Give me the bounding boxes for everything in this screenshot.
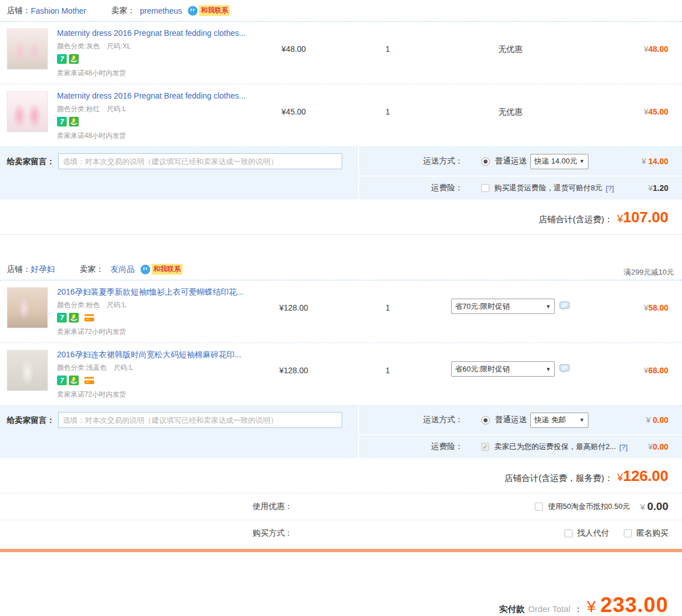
product-title-link[interactable]: Maternity dress 2016 Pregnat Breat feddi… [57, 28, 246, 38]
shipping-method-label: 普通运送 [495, 156, 527, 166]
shop1-header: 店铺： Fashion Mother 卖家： premetheus 和我联系 [0, 0, 682, 22]
shipping-cell: 运送方式： 普通运送 快递 免邮 ▼ ¥ 0.00 运费险： ✓ 卖家已为您的运… [359, 406, 682, 458]
seller-message-cell: 给卖家留言： [0, 147, 358, 199]
help-icon[interactable]: [?] [619, 443, 627, 451]
product-specs: 颜色分类:粉色 尺码:L [57, 300, 243, 310]
product-thumbnail[interactable] [7, 287, 48, 328]
chevron-down-icon: ▼ [579, 158, 584, 164]
order-total-label-cn: 实付款 [499, 604, 525, 615]
chevron-down-icon: ▼ [546, 366, 551, 372]
seller-name-link[interactable]: 友尚品 [111, 264, 135, 275]
wangwang-chat-icon[interactable] [188, 6, 198, 16]
promotion-select[interactable]: 省70元:限时促销 ▼ [451, 299, 555, 314]
coupon-row: 使用优惠： 使用50淘金币抵扣0.50元 ¥ 0.00 [0, 493, 682, 520]
contact-me-badge[interactable]: 和我联系 [199, 5, 230, 16]
shop-name-link[interactable]: Fashion Mother [31, 6, 86, 15]
shipping-option-select[interactable]: 快递 14.00元 ▼ [530, 154, 588, 169]
insurance-checkbox[interactable] [481, 184, 489, 192]
item-text: Maternity dress 2016 Pregnat Breat feddi… [57, 28, 246, 78]
product-title-link[interactable]: 2016孕妇连衣裙韩版时尚宽松大码短袖棉麻碎花印... [57, 350, 241, 360]
insurance-label: 运费险： [359, 442, 463, 452]
insurance-price: ¥1.20 [648, 183, 682, 193]
insurance-price-value: 1.20 [653, 183, 668, 193]
store-subtotal-label: 店铺合计(含运费，服务费)： [504, 473, 612, 484]
consumer-protection-icon [69, 376, 79, 385]
shipping-price: ¥ 14.00 [642, 157, 682, 166]
item-text: 2016孕妇连衣裙韩版时尚宽松大码短袖棉麻碎花印... 颜色分类:浅蓝色 尺码:… [57, 350, 241, 399]
item-text: 2016孕妇装夏季新款短袖t恤衫上衣可爱蝴蝶结印花... 颜色分类:粉色 尺码:… [57, 287, 243, 337]
standard-shipping-radio[interactable] [481, 157, 490, 166]
shop2-header: 店铺： 好孕妇 卖家： 友尚品 和我联系 满299元减10元 [0, 259, 682, 280]
product-specs: 颜色分类:粉红 尺码:L [57, 104, 246, 114]
currency-symbol: ¥ [617, 472, 623, 484]
order-item-row: 2016孕妇装夏季新款短袖t恤衫上衣可爱蝴蝶结印花... 颜色分类:粉色 尺码:… [0, 280, 682, 342]
discount-cell: 省60元:限时促销 ▼ [439, 343, 582, 405]
seller-message-input[interactable] [58, 153, 342, 169]
unit-price: ¥128.00 [251, 280, 336, 342]
shop-section-2: 店铺： 好孕妇 卖家： 友尚品 和我联系 满299元减10元 2016孕妇装夏季… [0, 259, 682, 493]
shipping-method-row: 运送方式： 普通运送 快递 免邮 ▼ ¥ 0.00 [359, 406, 682, 434]
shipping-option-select[interactable]: 快递 免邮 ▼ [530, 413, 588, 428]
discount-text: 无优惠 [439, 22, 582, 84]
product-title-link[interactable]: 2016孕妇装夏季新款短袖t恤衫上衣可爱蝴蝶结印花... [57, 287, 243, 297]
order-total-value: 233.00 [600, 594, 668, 615]
product-thumbnail[interactable] [7, 91, 48, 132]
discount-text: 无优惠 [439, 84, 582, 146]
product-title-link[interactable]: Maternity dress 2016 Pregnat Breat feddi… [57, 91, 246, 101]
shop-label: 店铺： [7, 6, 31, 16]
wangwang-chat-icon[interactable] [140, 264, 151, 275]
currency-symbol: ¥ [640, 502, 645, 512]
currency-symbol: ¥ [646, 415, 653, 425]
item-subtotal: ¥58.00 [582, 280, 682, 342]
service-badges: 7 [57, 376, 241, 385]
shipping-promise: 卖家承诺72小时内发货 [57, 327, 243, 337]
quantity: 1 [336, 280, 439, 342]
comment-bubble-icon[interactable] [559, 301, 570, 311]
coupon-controls: 使用50淘金币抵扣0.50元 ¥ 0.00 [535, 500, 682, 513]
coupon-label: 使用优惠： [253, 501, 293, 512]
seller-name-link[interactable]: premetheus [140, 6, 182, 15]
currency-symbol: ¥ [648, 442, 653, 451]
quantity: 1 [336, 84, 439, 146]
purchase-method-label: 购买方式： [253, 528, 293, 539]
seller-message-input[interactable] [58, 412, 342, 428]
purchase-options: 找人代付 匿名购买 [550, 528, 682, 539]
help-icon[interactable]: [?] [606, 184, 614, 193]
product-specs: 颜色分类:灰色 尺码:XL [57, 42, 246, 51]
service-badges: 7 [57, 54, 246, 64]
shop-promo-text: 满299元减10元 [624, 267, 682, 280]
product-thumbnail[interactable] [7, 350, 48, 391]
subtotal-value: 68.00 [648, 366, 668, 375]
subtotal-value: 58.00 [648, 303, 668, 312]
contact-me-badge[interactable]: 和我联系 [152, 264, 182, 275]
shop-label: 店铺： [7, 264, 31, 275]
check-icon: ✓ [482, 443, 488, 451]
shipping-price-value: 0.00 [653, 415, 668, 425]
currency-symbol: ¥ [644, 303, 648, 312]
unit-price: ¥128.00 [251, 343, 336, 405]
shop2-options-band: 给卖家留言： 运送方式： 普通运送 快递 免邮 ▼ ¥ 0.00 运费险： ✓ [0, 405, 682, 458]
seven-day-return-icon: 7 [57, 54, 67, 64]
shop-section-1: 店铺： Fashion Mother 卖家： premetheus 和我联系 M… [0, 0, 682, 235]
consumer-protection-icon [69, 117, 79, 127]
unit-price: ¥48.00 [251, 22, 336, 84]
insurance-text: 购买退货运费险，退货可赔付8元 [494, 183, 602, 193]
promotion-select[interactable]: 省60元:限时促销 ▼ [451, 361, 555, 377]
consumer-protection-icon [69, 313, 79, 323]
shop-name-link[interactable]: 好孕妇 [31, 264, 55, 275]
insurance-checkbox-checked[interactable]: ✓ [481, 443, 489, 451]
store-subtotal-value: 126.00 [623, 467, 668, 485]
order-total-colon: ： [574, 604, 582, 615]
pay-for-me-checkbox[interactable] [565, 529, 573, 537]
service-badges: 7 [57, 117, 246, 127]
comment-bubble-icon[interactable] [559, 364, 570, 374]
taojinbi-checkbox[interactable] [535, 503, 543, 511]
order-item-row: 2016孕妇连衣裙韩版时尚宽松大码短袖棉麻碎花印... 颜色分类:浅蓝色 尺码:… [0, 342, 682, 405]
promotion-select-value: 省70元:限时促销 [455, 301, 510, 312]
order-confirmation-page: 店铺： Fashion Mother 卖家： premetheus 和我联系 M… [0, 0, 682, 616]
product-thumbnail[interactable] [7, 28, 48, 70]
anonymous-checkbox[interactable] [624, 529, 632, 537]
standard-shipping-radio[interactable] [481, 416, 490, 425]
item-text: Maternity dress 2016 Pregnat Breat feddi… [57, 91, 246, 141]
order-item-row: Maternity dress 2016 Pregnat Breat feddi… [0, 84, 682, 146]
